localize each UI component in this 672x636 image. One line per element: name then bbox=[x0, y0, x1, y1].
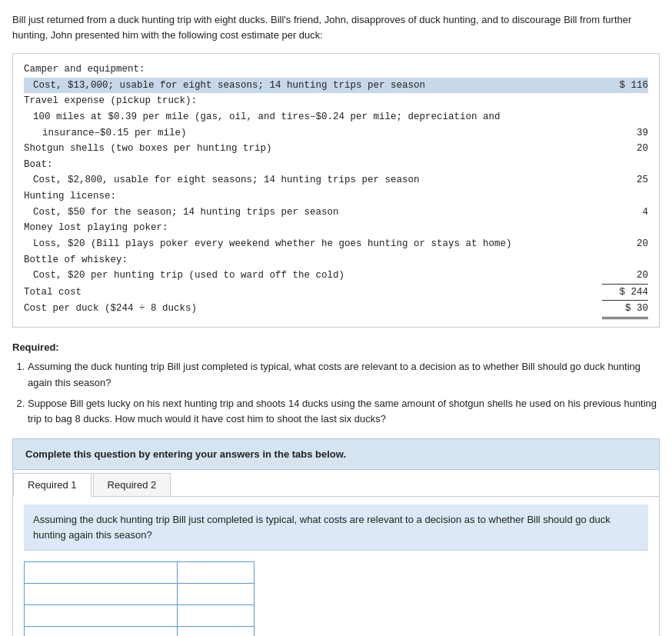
cost-label: Cost, $50 for the season; 14 hunting tri… bbox=[24, 205, 602, 221]
answer-label-input[interactable] bbox=[29, 610, 172, 621]
required-section: Required: Assuming the duck hunting trip… bbox=[12, 341, 660, 428]
intro-text: Bill just returned from a duck hunting t… bbox=[12, 14, 631, 41]
cost-value: $ 116 bbox=[602, 78, 648, 94]
answer-label-input[interactable] bbox=[29, 567, 172, 578]
cost-label: Shotgun shells (two boxes per hunting tr… bbox=[24, 141, 602, 157]
answer-table: Total $ bbox=[24, 561, 254, 636]
cost-label: Total cost bbox=[24, 285, 602, 301]
tabs-container: Required 1 Required 2 Assuming the duck … bbox=[12, 470, 660, 636]
answer-value-cell[interactable] bbox=[178, 605, 254, 627]
cost-value bbox=[602, 62, 648, 78]
cost-row-whiskey-heading: Bottle of whiskey: bbox=[24, 252, 648, 268]
cost-value bbox=[602, 157, 648, 173]
required-list: Assuming the duck hunting trip Bill just… bbox=[12, 359, 660, 428]
cost-row-total: Total cost $ 244 bbox=[24, 285, 648, 301]
tab-1-content: Assuming the duck hunting trip Bill just… bbox=[13, 497, 659, 636]
cost-value: 20 bbox=[602, 236, 648, 252]
answer-value-input[interactable] bbox=[182, 610, 249, 621]
answer-label-cell[interactable] bbox=[25, 562, 178, 584]
answer-value-cell[interactable] bbox=[178, 562, 254, 584]
cost-label: Money lost playing poker: bbox=[24, 220, 602, 236]
table-row bbox=[25, 605, 254, 627]
tab-required-2[interactable]: Required 2 bbox=[93, 473, 171, 496]
answer-label-cell[interactable] bbox=[25, 627, 178, 636]
answer-label-cell[interactable] bbox=[25, 605, 178, 627]
table-row bbox=[25, 584, 254, 605]
answer-value-input[interactable] bbox=[182, 631, 249, 636]
cost-value: 20 bbox=[602, 141, 648, 157]
cost-value bbox=[602, 220, 648, 236]
table-row bbox=[25, 627, 254, 636]
required-heading: Required: bbox=[12, 341, 660, 353]
cost-label: Bottle of whiskey: bbox=[24, 252, 602, 268]
table-row bbox=[25, 562, 254, 584]
cost-value: 25 bbox=[602, 172, 648, 188]
tab-question: Assuming the duck hunting trip Bill just… bbox=[24, 504, 648, 551]
answer-value-input[interactable] bbox=[182, 588, 249, 600]
cost-label: Cost per duck ($244 ÷ 8 ducks) bbox=[24, 301, 602, 319]
cost-value bbox=[602, 252, 648, 268]
cost-label: Cost, $2,800, usable for eight seasons; … bbox=[24, 172, 602, 188]
cost-row-license-value: Cost, $50 for the season; 14 hunting tri… bbox=[24, 205, 648, 221]
answer-label-cell[interactable] bbox=[25, 584, 178, 605]
cost-label: Boat: bbox=[24, 157, 602, 173]
cost-label: 100 miles at $0.39 per mile (gas, oil, a… bbox=[24, 109, 602, 125]
cost-row-shells: Shotgun shells (two boxes per hunting tr… bbox=[24, 141, 648, 157]
cost-label: Travel expense (pickup truck): bbox=[24, 93, 602, 109]
complete-box: Complete this question by entering your … bbox=[12, 438, 660, 470]
cost-row-whiskey-value: Cost, $20 per hunting trip (used to ward… bbox=[24, 268, 648, 285]
cost-value: 4 bbox=[602, 205, 648, 221]
cost-row-poker-heading: Money lost playing poker: bbox=[24, 220, 648, 236]
cost-row-boat-heading: Boat: bbox=[24, 157, 648, 173]
cost-value: 20 bbox=[602, 268, 648, 285]
cost-row-per-duck: Cost per duck ($244 ÷ 8 ducks) $ 30 bbox=[24, 301, 648, 319]
cost-row-travel-heading: Travel expense (pickup truck): bbox=[24, 93, 648, 109]
cost-label: Cost, $20 per hunting trip (used to ward… bbox=[24, 268, 602, 285]
required-item-1: Assuming the duck hunting trip Bill just… bbox=[28, 359, 660, 391]
cost-table: Camper and equipment: Cost, $13,000; usa… bbox=[12, 53, 660, 328]
cost-label: Loss, $20 (Bill plays poker every weeken… bbox=[24, 236, 602, 252]
required-item-2: Suppose Bill gets lucky on his next hunt… bbox=[28, 396, 660, 428]
cost-value bbox=[602, 109, 648, 125]
cost-row-license-heading: Hunting license: bbox=[24, 188, 648, 205]
tab-required-1[interactable]: Required 1 bbox=[13, 473, 91, 497]
intro-paragraph: Bill just returned from a duck hunting t… bbox=[12, 12, 660, 42]
cost-row-travel-detail2: insurance–$0.15 per mile) 39 bbox=[24, 125, 648, 142]
answer-label-input[interactable] bbox=[29, 588, 172, 600]
cost-label: Cost, $13,000; usable for eight seasons;… bbox=[24, 78, 602, 94]
answer-value-input[interactable] bbox=[182, 567, 249, 578]
cost-row-boat-value: Cost, $2,800, usable for eight seasons; … bbox=[24, 172, 648, 188]
cost-value: 39 bbox=[602, 125, 648, 142]
cost-row-camper-value: Cost, $13,000; usable for eight seasons;… bbox=[24, 78, 648, 94]
answer-value-cell[interactable] bbox=[178, 627, 254, 636]
cost-label: Hunting license: bbox=[24, 188, 602, 205]
answer-label-input[interactable] bbox=[29, 631, 172, 636]
cost-label: Camper and equipment: bbox=[24, 62, 602, 78]
cost-value: $ 30 bbox=[602, 301, 648, 319]
cost-value bbox=[602, 188, 648, 205]
cost-value: $ 244 bbox=[602, 285, 648, 301]
cost-row-poker-value: Loss, $20 (Bill plays poker every weeken… bbox=[24, 236, 648, 252]
answer-value-cell[interactable] bbox=[178, 584, 254, 605]
cost-row-camper-heading: Camper and equipment: bbox=[24, 62, 648, 78]
cost-label: insurance–$0.15 per mile) bbox=[24, 125, 602, 142]
cost-value bbox=[602, 93, 648, 109]
cost-row-travel-detail1: 100 miles at $0.39 per mile (gas, oil, a… bbox=[24, 109, 648, 125]
tabs-header: Required 1 Required 2 bbox=[13, 470, 659, 497]
